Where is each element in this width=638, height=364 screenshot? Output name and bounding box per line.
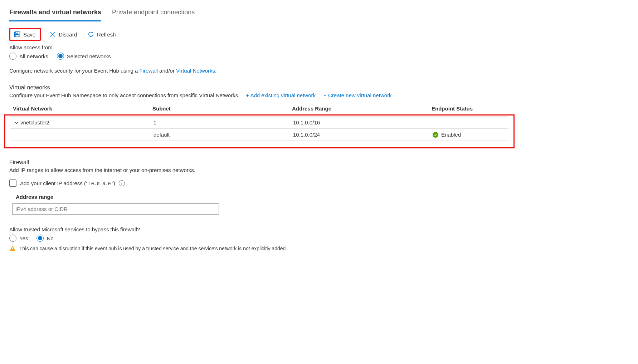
- col-endpoint-status: Endpoint Status: [432, 105, 514, 112]
- subnet-cell: 1: [154, 119, 293, 126]
- radio-bypass-yes[interactable]: Yes: [9, 235, 28, 242]
- virtual-networks-link[interactable]: Virtual Networks: [176, 68, 215, 74]
- radio-all-networks[interactable]: All networks: [9, 53, 48, 60]
- svg-rect-5: [12, 247, 13, 250]
- table-row[interactable]: default 10.1.0.0/24 Enabled: [10, 129, 508, 141]
- allow-access-radios: All networks Selected networks: [9, 53, 629, 60]
- chevron-down-icon[interactable]: [14, 120, 19, 125]
- refresh-icon: [88, 31, 94, 38]
- vnets-heading: Virtual networks: [9, 84, 629, 91]
- radio-no-label: No: [47, 235, 53, 241]
- discard-icon: [49, 31, 56, 38]
- toolbar: Save Discard Refresh: [9, 28, 629, 41]
- subnet-cell: default: [154, 132, 293, 138]
- tab-firewalls-vnets[interactable]: Firewalls and virtual networks: [9, 6, 101, 21]
- range-cell: 10.1.0.0/16: [293, 119, 433, 126]
- radio-bypass-no[interactable]: No: [36, 235, 53, 242]
- firewall-heading: Firewall: [9, 159, 629, 166]
- range-cell: 10.1.0.0/24: [293, 132, 433, 138]
- save-button[interactable]: Save: [12, 30, 38, 39]
- status-enabled-icon: [433, 132, 438, 138]
- col-virtual-network: Virtual Network: [13, 105, 152, 112]
- radio-yes-label: Yes: [19, 235, 28, 241]
- refresh-button[interactable]: Refresh: [86, 30, 118, 39]
- vnets-subtext: Configure your Event Hub Namespace to on…: [9, 92, 239, 98]
- radio-all-label: All networks: [19, 53, 48, 59]
- allow-access-label: Allow access from: [9, 44, 629, 50]
- save-highlight: Save: [9, 28, 41, 41]
- endpoint-cell: Enabled: [441, 132, 461, 138]
- radio-selected-networks[interactable]: Selected networks: [57, 53, 111, 60]
- radio-selected-label: Selected networks: [67, 53, 111, 59]
- svg-rect-2: [15, 35, 19, 37]
- vnets-table: Virtual Network Subnet Address Range End…: [9, 103, 510, 148]
- firewall-link[interactable]: Firewall: [140, 68, 158, 74]
- firewall-desc: Add IP ranges to allow access from the i…: [9, 167, 629, 173]
- table-row[interactable]: vnetcluster2 1 10.1.0.0/16: [10, 116, 508, 129]
- address-range-label: Address range: [16, 194, 629, 200]
- bypass-label: Allow trusted Microsoft services to bypa…: [9, 226, 629, 232]
- vnet-name: vnetcluster2: [20, 119, 49, 126]
- discard-button[interactable]: Discard: [47, 30, 79, 39]
- address-range-input[interactable]: [12, 203, 219, 215]
- svg-rect-6: [12, 250, 13, 250]
- tabs: Firewalls and virtual networks Private e…: [9, 6, 629, 21]
- svg-rect-1: [16, 32, 18, 34]
- add-existing-vnet[interactable]: + Add existing virtual network: [246, 92, 316, 98]
- refresh-label: Refresh: [97, 31, 116, 38]
- save-label: Save: [23, 31, 35, 38]
- add-client-ip-checkbox[interactable]: [9, 179, 16, 187]
- bypass-warning-text: This can cause a disruption if this even…: [19, 246, 287, 251]
- config-description: Configure network security for your Even…: [9, 68, 629, 74]
- save-icon: [14, 31, 20, 38]
- info-icon[interactable]: i: [119, 180, 125, 186]
- tab-private-endpoints[interactable]: Private endpoint connections: [112, 6, 195, 21]
- vnets-table-header: Virtual Network Subnet Address Range End…: [9, 103, 510, 115]
- discard-label: Discard: [59, 31, 77, 38]
- add-client-ip-label: Add your client IP address (' 10.0.0.0 '…: [20, 180, 115, 186]
- bypass-warning: This can cause a disruption if this even…: [9, 245, 629, 252]
- warning-icon: [9, 245, 16, 252]
- col-address-range: Address Range: [292, 105, 432, 112]
- vnets-rows-highlight: vnetcluster2 1 10.1.0.0/16 default 10.1.…: [4, 114, 515, 148]
- col-subnet: Subnet: [152, 105, 292, 112]
- create-new-vnet[interactable]: + Create new virtual network: [323, 92, 392, 98]
